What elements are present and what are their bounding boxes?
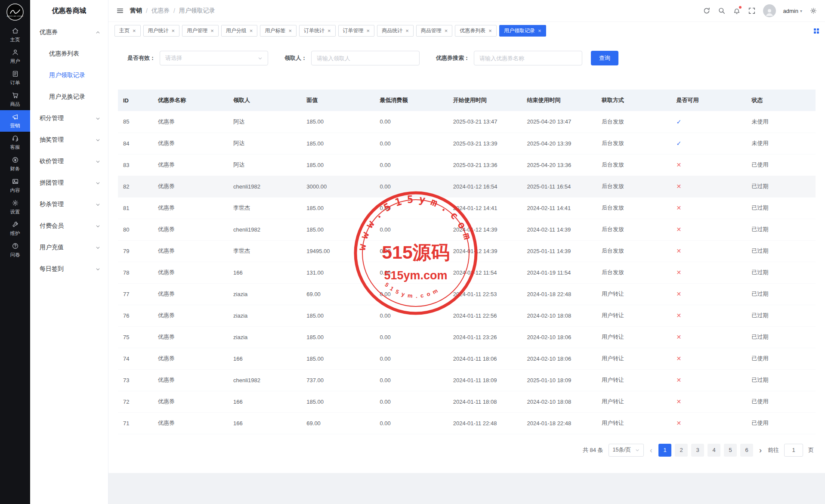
sidebar-section-0[interactable]: 优惠券 <box>30 22 108 43</box>
cell-status: 已使用 <box>746 391 816 412</box>
tab-item[interactable]: 优惠券列表× <box>455 25 497 37</box>
tab-close-icon[interactable]: × <box>488 28 492 34</box>
sidebar-section-3[interactable]: 砍价管理 <box>30 151 108 172</box>
cell-status: 已过期 <box>746 240 816 262</box>
next-page-button[interactable]: › <box>758 446 763 454</box>
page-button-5[interactable]: 5 <box>724 444 737 457</box>
sidebar-section-4[interactable]: 拼团管理 <box>30 172 108 194</box>
rail-item-marketing[interactable]: 营销 <box>0 110 30 132</box>
breadcrumb-item[interactable]: 营销 <box>130 7 142 15</box>
rail-item-order[interactable]: 订单 <box>0 67 30 89</box>
fullscreen-icon[interactable] <box>748 7 756 15</box>
tab-item[interactable]: 用户统计× <box>143 25 180 37</box>
refresh-icon[interactable] <box>703 7 711 15</box>
bell-icon[interactable] <box>733 7 741 15</box>
tab-item[interactable]: 用户分组× <box>221 25 258 37</box>
page-button-3[interactable]: 3 <box>691 444 704 457</box>
sidebar-section-label: 秒杀管理 <box>40 201 64 208</box>
tab-item[interactable]: 商品管理× <box>416 25 453 37</box>
page-button-2[interactable]: 2 <box>675 444 688 457</box>
rail-item-support[interactable]: 客服 <box>0 132 30 153</box>
sidebar-item-current[interactable]: 用户领取记录 <box>30 65 108 86</box>
sidebar: 优惠卷商城 优惠券优惠券列表用户领取记录用户兑换记录积分管理抽奖管理砍价管理拼团… <box>30 0 108 504</box>
sidebar-section-6[interactable]: 付费会员 <box>30 215 108 237</box>
filter-bar: 是否有效： 请选择 领取人： 优惠券搜索： 查询 <box>108 40 825 65</box>
table-row: 73优惠券chenli1982737.000.002024-01-11 18:0… <box>118 369 816 391</box>
coupon-search-input[interactable] <box>474 51 582 65</box>
tab-close-icon[interactable]: × <box>367 28 370 34</box>
sidebar-section-1[interactable]: 积分管理 <box>30 108 108 129</box>
rail-item-settings[interactable]: 设置 <box>0 196 30 218</box>
cross-icon: ✕ <box>676 247 681 254</box>
tab-item[interactable]: 订单管理× <box>338 25 375 37</box>
gear-icon[interactable] <box>810 7 817 15</box>
cell-end-time: 2024-02-10 18:06 <box>522 326 596 348</box>
sidebar-section-7[interactable]: 用户充值 <box>30 237 108 258</box>
app-root: AMERICAN DREAM 主页用户订单商品营销客服财务内容设置维护问卷 优惠… <box>0 0 825 504</box>
search-button[interactable]: 查询 <box>591 51 618 65</box>
cell-coupon-name: 优惠券 <box>153 240 228 262</box>
tab-close-icon[interactable]: × <box>445 28 448 34</box>
breadcrumb-item[interactable]: 优惠券 <box>151 7 170 15</box>
rail-item-label: 财务 <box>10 167 20 172</box>
chevron-down-icon <box>96 202 100 207</box>
tab-item[interactable]: 商品统计× <box>377 25 414 37</box>
cell-coupon-name: 优惠券 <box>153 154 228 176</box>
rail-item-user[interactable]: 用户 <box>0 46 30 67</box>
user-menu[interactable]: admin ▾ <box>783 8 802 14</box>
tab-close-icon[interactable]: × <box>328 28 331 34</box>
tab-label: 用户分组 <box>226 27 247 34</box>
tab-close-icon[interactable]: × <box>250 28 253 34</box>
cell-id: 76 <box>118 305 153 326</box>
avatar[interactable] <box>763 4 776 17</box>
tab-close-icon[interactable]: × <box>172 28 175 34</box>
page-button-1[interactable]: 1 <box>658 444 671 457</box>
rail-item-survey[interactable]: 问卷 <box>0 239 30 261</box>
receiver-input[interactable] <box>311 51 420 65</box>
page-size-select[interactable]: 15条/页 <box>609 444 644 457</box>
tab-item[interactable]: 用户标签× <box>260 25 297 37</box>
sidebar-item-link[interactable]: 用户兑换记录 <box>30 86 108 108</box>
sidebar-item-link[interactable]: 优惠券列表 <box>30 43 108 65</box>
rail-item-content[interactable]: 内容 <box>0 175 30 196</box>
rail-item-finance[interactable]: 财务 <box>0 153 30 175</box>
tab-close-icon[interactable]: × <box>405 28 409 34</box>
chevron-down-icon <box>96 159 100 164</box>
sidebar-section-8[interactable]: 每日签到 <box>30 258 108 280</box>
cell-usable: ✓ <box>671 133 746 154</box>
cell-usable: ✕ <box>671 369 746 391</box>
sidebar-section-2[interactable]: 抽奖管理 <box>30 129 108 151</box>
cell-receiver: 阿达 <box>228 111 301 133</box>
cell-face-value: 185.00 <box>301 305 374 326</box>
tab-close-icon[interactable]: × <box>538 28 541 34</box>
rail-item-maintenance[interactable]: 维护 <box>0 218 30 239</box>
cell-face-value: 185.00 <box>301 111 374 133</box>
table-row: 74优惠券166185.000.002024-01-11 18:062024-0… <box>118 348 816 369</box>
sidebar-section-5[interactable]: 秒杀管理 <box>30 194 108 215</box>
search-icon[interactable] <box>718 7 726 15</box>
tab-active[interactable]: 用户领取记录× <box>499 25 546 37</box>
valid-filter-select[interactable]: 请选择 <box>160 51 268 65</box>
table-header-row: ID优惠券名称领取人面值最低消费额开始使用时间结束使用时间获取方式是否可用状态 <box>118 90 816 111</box>
page-button-6[interactable]: 6 <box>740 444 753 457</box>
tab-close-icon[interactable]: × <box>210 28 214 34</box>
rail-item-product[interactable]: 商品 <box>0 89 30 110</box>
collapse-menu-icon[interactable] <box>116 7 124 15</box>
prev-page-button[interactable]: ‹ <box>649 446 653 454</box>
tab-item[interactable]: 订单统计× <box>299 25 336 37</box>
cell-receiver: 166 <box>228 262 301 283</box>
cell-start-time: 2024-01-11 22:56 <box>448 305 522 326</box>
rail-item-home[interactable]: 主页 <box>0 24 30 46</box>
cell-status: 已过期 <box>746 197 816 219</box>
tab-close-icon[interactable]: × <box>133 28 136 34</box>
column-header: 面值 <box>301 90 374 111</box>
tab-item[interactable]: 用户管理× <box>182 25 219 37</box>
tab-layout-grid-icon[interactable] <box>814 28 819 34</box>
tab-item[interactable]: 主页× <box>114 25 141 37</box>
tab-close-icon[interactable]: × <box>288 28 292 34</box>
page-button-4[interactable]: 4 <box>708 444 720 457</box>
goto-page-input[interactable] <box>784 444 803 457</box>
cell-status: 已过期 <box>746 219 816 240</box>
rail-item-label: 客服 <box>10 145 20 150</box>
cell-start-time: 2024-01-11 22:48 <box>448 412 522 434</box>
